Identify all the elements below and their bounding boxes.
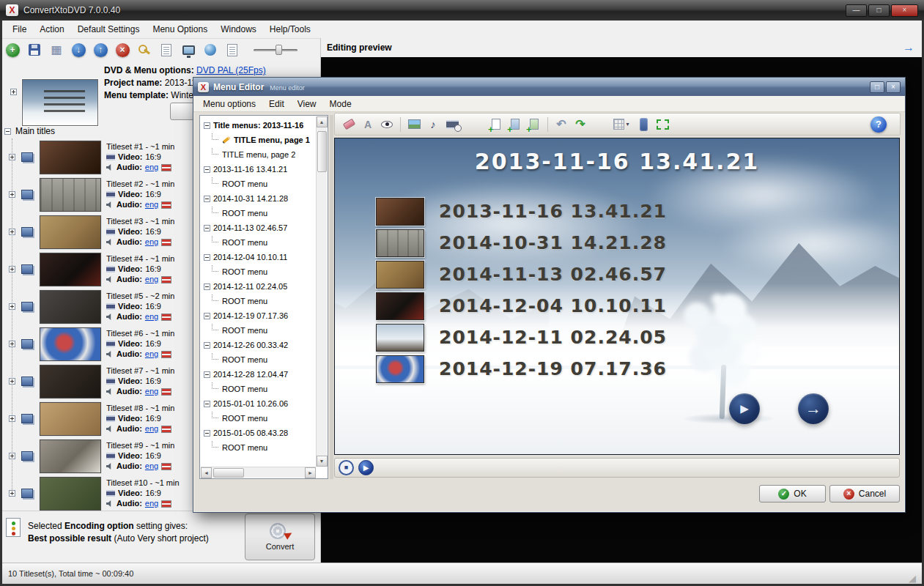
language-flag-icon[interactable]	[161, 201, 171, 209]
tree-title-page-1[interactable]: TITLE menu, page 1	[201, 133, 316, 147]
scenes-icon[interactable]	[21, 227, 33, 237]
notes-button[interactable]	[223, 40, 242, 59]
stop-button[interactable]: ■	[339, 460, 354, 475]
titleset-thumbnail[interactable]	[40, 365, 101, 398]
scenes-icon[interactable]	[21, 264, 33, 274]
titleset-thumbnail[interactable]	[40, 141, 101, 174]
menu-entry-thumbnail[interactable]	[376, 261, 424, 289]
audio-language-link[interactable]: eng	[145, 312, 158, 322]
menu-menu-options[interactable]: Menu Options	[146, 21, 214, 37]
tree-node-expander-icon[interactable]	[204, 225, 210, 231]
audio-language-link[interactable]: eng	[145, 499, 158, 508]
menu-edit[interactable]: Edit	[262, 97, 291, 111]
expand-icon[interactable]	[9, 303, 15, 310]
menu-entry[interactable]: 2014-12-19 07.17.36	[376, 353, 667, 385]
menu-entry-thumbnail[interactable]	[376, 292, 424, 320]
expand-icon[interactable]	[9, 453, 15, 459]
audio-language-link[interactable]: eng	[145, 387, 158, 396]
grid-snap-button[interactable]: ▾	[609, 115, 634, 134]
add-page-button[interactable]: +	[506, 115, 525, 134]
scroll-thumb[interactable]	[317, 131, 327, 172]
menu-view[interactable]: View	[291, 97, 323, 111]
titleset-thumbnail[interactable]	[40, 215, 101, 249]
titleset-title[interactable]: Titleset #10 - ~1 min	[106, 478, 180, 488]
erase-button[interactable]	[339, 115, 358, 134]
tree-splitter[interactable]	[330, 115, 333, 479]
menu-entry[interactable]: 2014-11-13 02.46.57	[376, 259, 667, 290]
menu-help-tools[interactable]: Help/Tools	[263, 21, 317, 37]
font-button[interactable]: A	[358, 115, 377, 134]
tree-node-expander-icon[interactable]	[204, 342, 210, 349]
tree-root-menu[interactable]: ROOT menu	[201, 177, 316, 191]
tree-root-menu[interactable]: ROOT menu	[201, 352, 316, 367]
titleset-thumbnail[interactable]	[40, 290, 101, 324]
titleset-title[interactable]: Titleset #4 - ~1 min	[106, 254, 174, 264]
move-up-button[interactable]: ↑	[91, 40, 110, 59]
move-down-button[interactable]: ↓	[69, 40, 88, 59]
menu-preview[interactable]: 2013-11-16 13.41.21 2013-11-16 13.41.21 …	[334, 138, 900, 455]
preview-size-slider[interactable]	[254, 43, 297, 56]
menu-default-settings[interactable]: Default Settings	[71, 21, 147, 37]
tree-root-menu[interactable]: ROOT menu	[201, 323, 316, 338]
titleset-thumbnail[interactable]	[40, 253, 101, 286]
menu-entry[interactable]: 2013-11-16 13.41.21	[376, 196, 667, 227]
tree-node-expander-icon[interactable]	[204, 196, 210, 202]
scroll-down-icon[interactable]: ▼	[317, 456, 328, 467]
scenes-icon[interactable]	[21, 190, 33, 199]
language-flag-icon[interactable]	[161, 276, 171, 283]
audio-language-link[interactable]: eng	[145, 275, 158, 284]
tree-title-menu[interactable]: 2014-12-28 12.04.47	[201, 367, 316, 382]
titleset-title[interactable]: Titleset #8 - ~1 min	[106, 404, 174, 413]
expand-icon[interactable]	[9, 266, 15, 272]
dialog-close-button[interactable]: ×	[886, 81, 901, 93]
audio-language-link[interactable]: eng	[145, 200, 158, 209]
menu-entry[interactable]: 2014-12-11 02.24.05	[376, 322, 667, 353]
titleset-title[interactable]: Titleset #5 - ~2 min	[106, 292, 174, 301]
tree-title-menu[interactable]: 2014-11-13 02.46.57	[201, 220, 316, 235]
tree-title-menu[interactable]: 2014-12-04 10.10.11	[201, 250, 316, 264]
main-titles-expander-icon[interactable]	[4, 128, 11, 135]
web-button[interactable]	[201, 40, 220, 59]
tree-vertical-scrollbar[interactable]: ▲ ▼	[316, 116, 327, 467]
tree-node-expander-icon[interactable]	[204, 166, 210, 173]
close-button[interactable]: ×	[891, 4, 918, 17]
redo-button[interactable]: ↷	[571, 115, 590, 134]
menu-file[interactable]: File	[6, 21, 33, 37]
scenes-icon[interactable]	[21, 414, 33, 423]
expand-icon[interactable]	[9, 191, 15, 198]
panel-arrow-icon[interactable]: →	[903, 41, 914, 54]
play-preview-button[interactable]: ▶	[358, 460, 374, 475]
tree-node-expander-icon[interactable]	[204, 313, 210, 319]
project-expander-icon[interactable]	[10, 89, 17, 95]
audio-language-link[interactable]: eng	[145, 424, 158, 434]
tree-root-menu[interactable]: ROOT menu	[201, 411, 316, 426]
language-flag-icon[interactable]	[161, 388, 171, 396]
menu-entry[interactable]: 2014-10-31 14.21.28	[376, 227, 667, 259]
resize-grip-icon[interactable]: ◢	[909, 573, 916, 584]
slider-thumb[interactable]	[276, 45, 282, 55]
menu-entry[interactable]: 2014-12-04 10.10.11	[376, 290, 667, 322]
scroll-left-icon[interactable]: ◄	[201, 467, 212, 478]
menu-action[interactable]: Action	[33, 21, 70, 37]
video-transition-button[interactable]	[443, 115, 462, 134]
titleset-title[interactable]: Titleset #7 - ~1 min	[106, 366, 174, 376]
expand-icon[interactable]	[9, 378, 15, 385]
audio-language-link[interactable]: eng	[145, 163, 158, 172]
tree-root-menu[interactable]: ROOT menu	[201, 440, 316, 455]
tree-title-menu[interactable]: 2013-11-16 13.41.21	[201, 162, 316, 177]
preview-button[interactable]	[179, 40, 198, 59]
tree-root-menu[interactable]: ROOT menu	[201, 382, 316, 396]
menu-entry-thumbnail[interactable]	[376, 324, 424, 352]
save-project-button[interactable]	[25, 40, 44, 59]
tree-root-menu[interactable]: ROOT menu	[201, 206, 316, 220]
language-flag-icon[interactable]	[161, 500, 171, 508]
expand-icon[interactable]	[9, 490, 15, 497]
scroll-up-icon[interactable]: ▲	[317, 116, 328, 127]
scenes-icon[interactable]	[21, 489, 33, 498]
menu-entry-thumbnail[interactable]	[376, 355, 424, 383]
tree-title-page-2[interactable]: TITLE menu, page 2	[201, 147, 316, 162]
menu-mode[interactable]: Mode	[323, 97, 358, 111]
expand-icon[interactable]	[9, 415, 15, 422]
audio-language-link[interactable]: eng	[145, 461, 158, 471]
convert-button[interactable]: Convert	[245, 513, 315, 560]
